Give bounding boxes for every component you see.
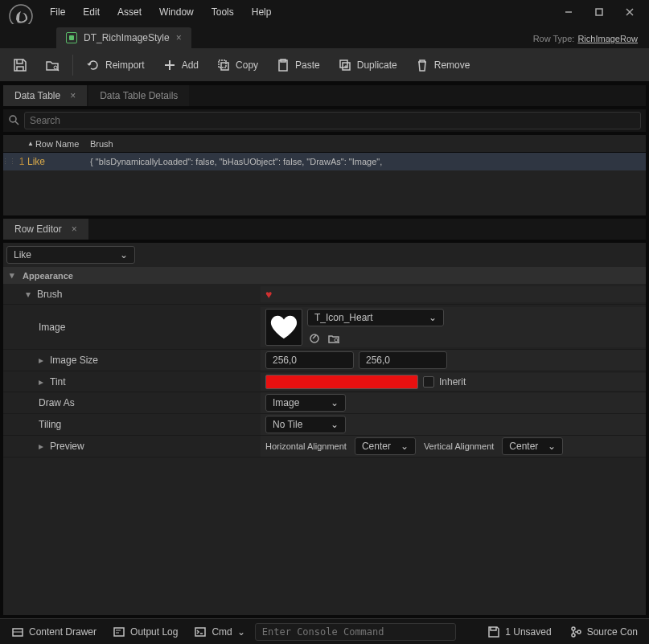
svg-rect-2 xyxy=(596,9,602,15)
unsaved-label: 1 Unsaved xyxy=(505,626,551,638)
tiling-label: Tiling xyxy=(3,419,261,430)
use-selected-icon[interactable] xyxy=(307,331,322,346)
paste-button[interactable]: Paste xyxy=(268,53,328,77)
tab-data-table[interactable]: Data Table× xyxy=(3,85,87,106)
asset-tab-label: DT_RichImageStyle xyxy=(84,32,170,43)
search-input[interactable] xyxy=(24,112,641,129)
svg-line-18 xyxy=(15,121,18,125)
menu-edit[interactable]: Edit xyxy=(75,3,108,21)
prop-image-size: ▸Image Size xyxy=(3,350,646,371)
prop-image: Image T_Icon_Heart⌄ xyxy=(3,305,646,350)
roweditor-panel-header: Row Editor× xyxy=(3,219,646,240)
bottom-bar: Content Drawer Output Log Cmd⌄ 1 Unsaved… xyxy=(0,618,649,644)
collapse-icon: ▾ xyxy=(10,270,18,281)
menu-tools[interactable]: Tools xyxy=(203,3,242,21)
svg-point-5 xyxy=(54,66,57,69)
expand-icon[interactable]: ▸ xyxy=(39,376,47,388)
section-appearance[interactable]: ▾Appearance xyxy=(3,267,646,284)
preview-label[interactable]: ▸Preview xyxy=(3,441,261,452)
inherit-label: Inherit xyxy=(439,376,466,388)
table-row[interactable]: 1 Like { "bIsDynamicallyLoaded": false, … xyxy=(3,153,646,170)
image-asset-dropdown[interactable]: T_Icon_Heart⌄ xyxy=(307,309,444,326)
console-command-input[interactable] xyxy=(255,623,456,641)
browse-button[interactable] xyxy=(37,53,68,77)
row-number: 1 xyxy=(3,156,23,167)
image-size-x-input[interactable] xyxy=(265,351,354,369)
save-button[interactable] xyxy=(5,53,35,77)
image-size-y-input[interactable] xyxy=(359,351,447,369)
content-drawer-label: Content Drawer xyxy=(29,626,97,638)
prop-tiling: Tiling No Tile⌄ xyxy=(3,414,646,436)
title-bar: File Edit Asset Window Tools Help xyxy=(0,0,649,24)
duplicate-button[interactable]: Duplicate xyxy=(330,53,405,77)
reimport-button[interactable]: Reimport xyxy=(78,53,153,77)
browse-asset-icon[interactable] xyxy=(327,331,341,346)
close-icon[interactable]: × xyxy=(70,90,76,101)
source-control-label: Source Con xyxy=(587,626,638,638)
row-type-indicator: Row Type: RichImageRow xyxy=(525,34,646,43)
copy-button[interactable]: Copy xyxy=(208,53,266,77)
data-table: ▲Row Name Brush 1 Like { "bIsDynamically… xyxy=(3,135,646,215)
col-brush[interactable]: Brush xyxy=(85,139,646,149)
add-label: Add xyxy=(182,59,199,71)
svg-rect-27 xyxy=(195,628,205,636)
row-selector-dropdown[interactable]: Like⌄ xyxy=(6,246,135,264)
valign-dropdown[interactable]: Center⌄ xyxy=(502,437,563,455)
property-grid: ▾Brush ♥ Image T_Icon_Heart⌄ xyxy=(3,284,646,615)
chevron-down-icon: ⌄ xyxy=(548,441,556,452)
inherit-checkbox[interactable] xyxy=(423,376,434,388)
menu-help[interactable]: Help xyxy=(244,3,280,21)
svg-point-20 xyxy=(335,338,338,342)
remove-button[interactable]: Remove xyxy=(407,53,479,77)
unsaved-button[interactable]: 1 Unsaved xyxy=(481,622,557,642)
content-drawer-button[interactable]: Content Drawer xyxy=(5,622,103,642)
row-brush-cell: { "bIsDynamicallyLoaded": false, "bHasUO… xyxy=(85,157,646,166)
maximize-button[interactable] xyxy=(585,1,614,23)
row-type-link[interactable]: RichImageRow xyxy=(577,34,638,43)
menu-file[interactable]: File xyxy=(42,3,73,21)
collapse-icon[interactable]: ▾ xyxy=(26,289,34,300)
expand-icon[interactable]: ▸ xyxy=(39,355,47,366)
tint-color-swatch[interactable] xyxy=(265,375,418,389)
tiling-dropdown[interactable]: No Tile⌄ xyxy=(265,416,346,433)
image-asset-value: T_Icon_Heart xyxy=(314,312,373,323)
toolbar: Reimport Add Copy Paste Duplicate Remove xyxy=(0,48,649,82)
close-icon[interactable]: × xyxy=(72,224,77,235)
tint-label[interactable]: ▸Tint xyxy=(3,376,261,388)
output-log-button[interactable]: Output Log xyxy=(106,622,184,642)
tab-row-editor[interactable]: Row Editor× xyxy=(3,219,88,240)
image-size-label[interactable]: ▸Image Size xyxy=(3,355,261,366)
minimize-button[interactable] xyxy=(554,1,583,23)
cmd-dropdown[interactable]: Cmd⌄ xyxy=(187,622,251,642)
image-thumbnail[interactable] xyxy=(265,309,302,346)
close-button[interactable] xyxy=(615,1,644,23)
menu-asset[interactable]: Asset xyxy=(109,3,150,21)
draw-as-dropdown[interactable]: Image⌄ xyxy=(265,394,346,412)
asset-tab-close[interactable]: × xyxy=(176,32,182,43)
svg-point-29 xyxy=(572,634,575,637)
svg-rect-9 xyxy=(219,60,226,68)
brush-label[interactable]: ▾Brush xyxy=(3,289,261,300)
menu-window[interactable]: Window xyxy=(151,3,202,21)
svg-point-19 xyxy=(310,334,318,343)
image-label: Image xyxy=(3,322,261,333)
expand-icon[interactable]: ▸ xyxy=(39,441,47,452)
col-rowname[interactable]: ▲Row Name xyxy=(23,139,85,149)
source-control-button[interactable]: Source Con xyxy=(563,622,644,642)
heart-icon: ♥ xyxy=(265,288,272,301)
row-name-cell: Like xyxy=(23,156,85,167)
halign-label: Horizontal Alignment xyxy=(265,441,347,451)
reimport-label: Reimport xyxy=(105,59,145,71)
add-button[interactable]: Add xyxy=(154,53,207,77)
datatable-icon xyxy=(66,32,77,43)
prop-tint: ▸Tint Inherit xyxy=(3,371,646,392)
chevron-down-icon: ⌄ xyxy=(331,397,339,408)
draw-as-label: Draw As xyxy=(3,397,261,408)
svg-point-17 xyxy=(10,116,16,122)
window-controls xyxy=(554,1,644,23)
svg-rect-24 xyxy=(114,628,124,636)
tab-data-table-details[interactable]: Data Table Details xyxy=(88,85,189,106)
halign-dropdown[interactable]: Center⌄ xyxy=(355,437,416,455)
valign-value: Center xyxy=(509,441,538,452)
asset-tab[interactable]: DT_RichImageStyle × xyxy=(56,27,191,48)
